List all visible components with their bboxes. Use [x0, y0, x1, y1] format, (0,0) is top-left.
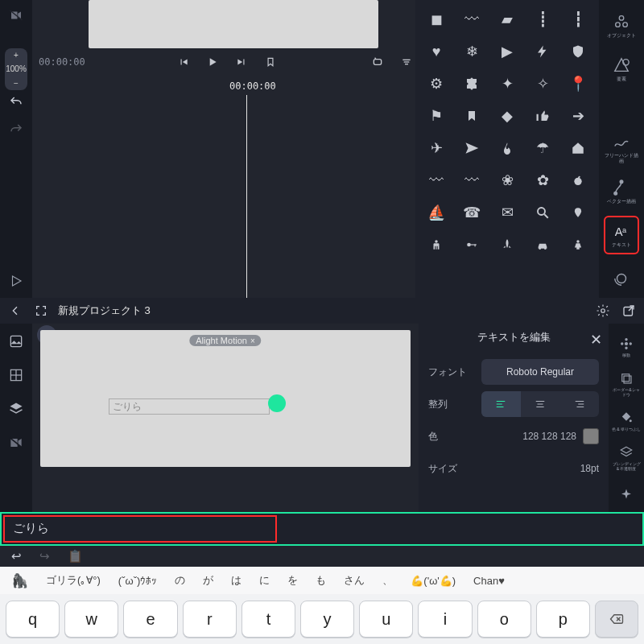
shape-puzzle-icon[interactable]: [462, 74, 481, 93]
suggestion[interactable]: の: [168, 570, 192, 591]
zoom-minus[interactable]: −: [14, 79, 19, 88]
suggestion[interactable]: は: [225, 570, 248, 591]
key-y[interactable]: y: [300, 601, 354, 638]
edit-canvas[interactable]: Alight Motion× ごりら: [40, 330, 411, 467]
shape-bookmark2-icon[interactable]: [462, 106, 481, 126]
go-end-icon[interactable]: [233, 53, 250, 71]
shape-snow-icon[interactable]: ❄: [462, 42, 481, 61]
redo-icon[interactable]: [7, 121, 25, 138]
key-p[interactable]: p: [536, 601, 590, 638]
shape-arrow-icon[interactable]: ➔: [568, 106, 588, 126]
shape-fire-icon[interactable]: [497, 138, 517, 158]
shape-rocket-icon[interactable]: [497, 235, 517, 254]
suggestion[interactable]: も: [309, 570, 332, 591]
effects-tool[interactable]: [611, 478, 642, 512]
shape-mappin-icon[interactable]: [568, 203, 588, 222]
export-icon[interactable]: [620, 302, 638, 320]
preview-canvas[interactable]: [89, 0, 378, 48]
shape-wreath-icon[interactable]: ❀: [497, 171, 517, 190]
shape-mail-icon[interactable]: ✉: [497, 203, 517, 222]
suggestion[interactable]: に: [253, 570, 276, 591]
key-o[interactable]: o: [477, 601, 531, 638]
shape-diamond-icon[interactable]: ◆: [497, 106, 517, 126]
shape-play-icon[interactable]: ▶: [497, 42, 517, 61]
shape-plane-icon[interactable]: ✈: [427, 138, 446, 158]
settings-icon[interactable]: [594, 302, 612, 320]
suggestion[interactable]: さん: [337, 570, 371, 591]
align-left-button[interactable]: [481, 391, 521, 417]
shape-star4-icon[interactable]: ✦: [497, 74, 517, 93]
shape-brush-icon[interactable]: ▰: [497, 10, 517, 29]
suggestion[interactable]: ゴリラ(｡∀°): [39, 570, 107, 591]
close-panel-icon[interactable]: ✕: [584, 328, 607, 351]
image-tool-icon[interactable]: [6, 332, 26, 351]
element-tool[interactable]: 要素: [604, 50, 639, 89]
align-center-button[interactable]: [521, 391, 560, 417]
shape-search-icon[interactable]: [533, 203, 552, 222]
shape-key-icon[interactable]: [462, 235, 481, 254]
camera-off-icon[interactable]: [7, 6, 25, 24]
size-value[interactable]: 18pt: [481, 463, 599, 474]
canvas-text-box[interactable]: ごりら: [109, 398, 270, 415]
play-icon[interactable]: [204, 53, 221, 71]
suggestion[interactable]: が: [196, 570, 220, 591]
shape-sail-icon[interactable]: ⛵: [427, 203, 446, 222]
suggestion[interactable]: を: [281, 570, 304, 591]
text-tool[interactable]: Aa テキスト: [604, 216, 639, 254]
ime-redo-icon[interactable]: ↪: [39, 549, 50, 564]
key-e[interactable]: e: [123, 601, 177, 638]
suggestion[interactable]: (ˇωˇ)ｳﾎｯ: [112, 572, 163, 590]
vector-tool[interactable]: ベクター描画: [604, 172, 639, 211]
move-tool[interactable]: 移動: [611, 330, 642, 364]
shape-wave-icon[interactable]: 〰: [462, 10, 481, 29]
back-icon[interactable]: [6, 302, 24, 320]
suggestion[interactable]: 💪('ω'💪): [404, 572, 462, 590]
key-u[interactable]: u: [359, 601, 413, 638]
key-q[interactable]: q: [6, 601, 60, 638]
play-outline-icon[interactable]: [7, 272, 25, 290]
shape-shield-icon[interactable]: [568, 42, 588, 61]
text-input-bar[interactable]: [0, 512, 644, 546]
shape-send-icon[interactable]: [462, 138, 481, 158]
object-tool[interactable]: オブジェクト: [604, 6, 639, 45]
freehand-tool[interactable]: フリーハンド描画: [604, 129, 639, 167]
shape-wreath2-icon[interactable]: ✿: [533, 171, 552, 190]
key-i[interactable]: i: [418, 601, 472, 638]
shape-sparkle-icon[interactable]: ✧: [533, 74, 552, 93]
suggestion[interactable]: 🦍: [5, 569, 35, 592]
color-swatch[interactable]: [583, 428, 599, 444]
grid-tool-icon[interactable]: [6, 365, 26, 385]
shape-phone-icon[interactable]: ☎: [462, 203, 481, 222]
shape-person-icon[interactable]: [427, 235, 446, 254]
suggestion[interactable]: 、: [376, 570, 399, 591]
bookmark-icon[interactable]: [262, 53, 279, 71]
resize-handle[interactable]: [268, 394, 286, 412]
align-right-button[interactable]: [559, 391, 599, 417]
undo-icon[interactable]: [7, 93, 25, 111]
shape-woman-icon[interactable]: [568, 235, 588, 254]
key-backspace[interactable]: [595, 601, 638, 638]
text-input[interactable]: [2, 522, 642, 535]
shape-heart-icon[interactable]: ♥: [427, 42, 446, 61]
blend-tool[interactable]: ブレンディング & 不透明度: [611, 441, 642, 475]
shape-gear-icon[interactable]: ⚙: [427, 74, 446, 93]
shape-pin-icon[interactable]: 📍: [568, 74, 588, 93]
shape-bolt-icon[interactable]: [533, 42, 552, 61]
fill-tool[interactable]: 色 & 塗りつぶし: [611, 404, 642, 438]
layers-tool-icon[interactable]: [6, 399, 26, 419]
shape-flag-icon[interactable]: ⚑: [427, 106, 446, 126]
font-picker-button[interactable]: Roboto Regular: [481, 359, 599, 385]
timeline-track-area[interactable]: 00:00:00: [32, 76, 415, 298]
motion-blur-tool[interactable]: [604, 259, 639, 298]
zoom-control[interactable]: + 100% −: [5, 48, 27, 90]
watermark-badge[interactable]: Alight Motion×: [189, 335, 261, 346]
shape-square-icon[interactable]: ◼: [427, 10, 446, 29]
playhead-line[interactable]: [246, 95, 247, 298]
shape-apple-icon[interactable]: [568, 171, 588, 190]
filter-icon[interactable]: [398, 53, 415, 71]
shape-thumb-icon[interactable]: [533, 106, 552, 126]
key-w[interactable]: w: [64, 601, 118, 638]
ime-undo-icon[interactable]: ↩: [11, 549, 22, 564]
ime-clipboard-icon[interactable]: 📋: [68, 549, 83, 564]
camera-off2-icon[interactable]: [6, 433, 26, 452]
